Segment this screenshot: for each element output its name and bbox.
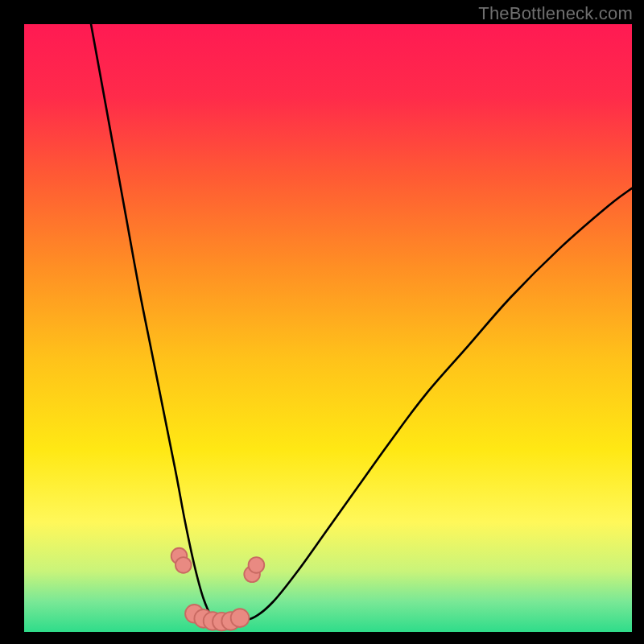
curve-marker	[175, 557, 192, 573]
chart-svg	[24, 24, 632, 632]
curve-marker	[249, 557, 265, 573]
gradient-background	[24, 24, 632, 632]
outer-frame: TheBottleneck.com	[0, 0, 644, 644]
watermark-text: TheBottleneck.com	[478, 3, 633, 24]
curve-marker	[231, 609, 250, 627]
plot-area	[24, 24, 632, 632]
